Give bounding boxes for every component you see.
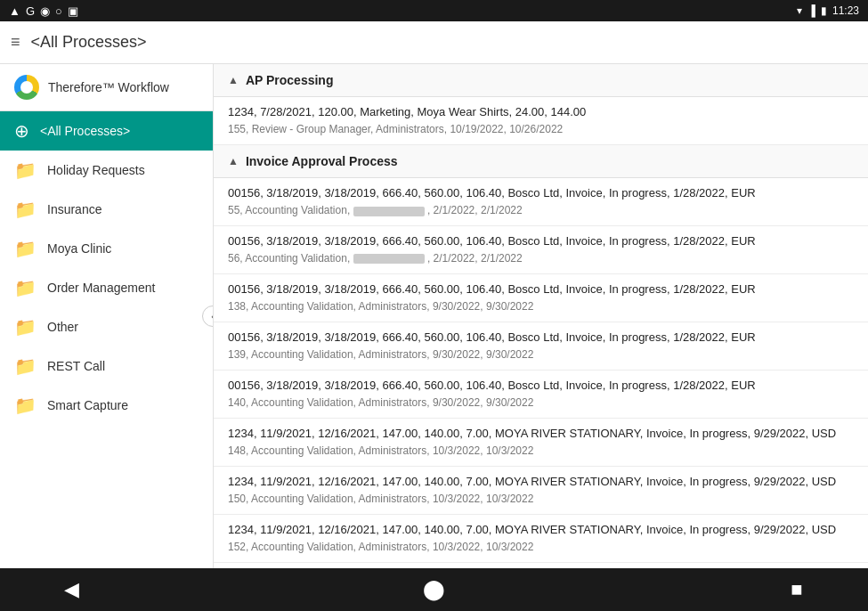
- all-processes-icon: ⊕: [14, 120, 29, 142]
- sidebar-item-all-processes[interactable]: ⊕ <All Processes>: [0, 111, 213, 151]
- ap-processing-title: AP Processing: [246, 73, 334, 87]
- content-area: ▲ AP Processing 1234, 7/28/2021, 120.00,…: [214, 64, 868, 568]
- app-bar: ≡ <All Processes>: [0, 21, 868, 64]
- vpn-icon: ◉: [40, 4, 50, 18]
- list-item-sub: 138, Accounting Validation, Administrato…: [228, 299, 854, 314]
- list-item-main: 00156, 3/18/2019, 3/18/2019, 666.40, 560…: [228, 330, 854, 346]
- list-item[interactable]: 00156, 3/18/2019, 3/18/2019, 666.40, 560…: [214, 178, 868, 226]
- folder-icon-moya-clinic: 📁: [14, 238, 37, 259]
- list-item[interactable]: 00156, 3/18/2019, 3/18/2019, 666.40, 560…: [214, 371, 868, 419]
- back-button[interactable]: ◀: [53, 572, 89, 607]
- status-bar-left-icons: ▲ G ◉ ○ ▣: [9, 4, 78, 18]
- list-item-main: 1234, 7/28/2021, 120.00, Marketing, Moya…: [228, 104, 854, 120]
- invoice-approval-header: ▲ Invoice Approval Process: [214, 145, 868, 178]
- list-item[interactable]: 1234, 11/9/2021, 12/16/2021, 147.00, 140…: [214, 515, 868, 563]
- signal-icon: ▐: [807, 4, 815, 17]
- sidebar-item-label-moya-clinic: Moya Clinic: [47, 241, 111, 256]
- list-item[interactable]: 1234, 11/9/2021, 12/16/2021, 147.00, 140…: [214, 563, 868, 568]
- sidebar-item-smart-capture[interactable]: 📁 Smart Capture: [0, 386, 213, 425]
- folder-icon-insurance: 📁: [14, 199, 37, 220]
- redacted-block: [353, 207, 425, 216]
- list-item-sub: 148, Accounting Validation, Administrato…: [228, 444, 854, 459]
- sidebar-item-holiday-requests[interactable]: 📁 Holiday Requests: [0, 151, 213, 190]
- folder-icon-smart-capture: 📁: [14, 395, 37, 416]
- list-item-sub: 152, Accounting Validation, Administrato…: [228, 540, 854, 555]
- sidebar-item-rest-call[interactable]: 📁 REST Call: [0, 346, 213, 386]
- app-logo: [14, 75, 39, 100]
- redacted-block: [353, 254, 425, 264]
- list-item[interactable]: 1234, 11/9/2021, 12/16/2021, 147.00, 140…: [214, 419, 868, 467]
- sidebar: Therefore™ Workflow ⊕ <All Processes> 📁 …: [0, 64, 214, 568]
- status-bar-right-icons: ▾ ▐ ▮ 11:23: [797, 4, 859, 17]
- sidebar-item-label-other: Other: [47, 320, 78, 334]
- sidebar-app-title: Therefore™ Workflow: [48, 80, 169, 94]
- app-bar-title: <All Processes>: [31, 33, 147, 52]
- time-display: 11:23: [832, 4, 859, 17]
- sidebar-item-label-insurance: Insurance: [47, 202, 101, 216]
- sidebar-item-label-order-mgmt: Order Management: [47, 281, 155, 295]
- list-item[interactable]: 1234, 11/9/2021, 12/16/2021, 147.00, 140…: [214, 467, 868, 515]
- main-layout: Therefore™ Workflow ⊕ <All Processes> 📁 …: [0, 64, 868, 568]
- g-icon: G: [26, 4, 35, 18]
- list-item[interactable]: 00156, 3/18/2019, 3/18/2019, 666.40, 560…: [214, 274, 868, 322]
- list-item-sub: 155, Review - Group Manager, Administrat…: [228, 122, 854, 137]
- list-item-main: 1234, 11/9/2021, 12/16/2021, 147.00, 140…: [228, 426, 854, 442]
- sidebar-item-moya-clinic[interactable]: 📁 Moya Clinic: [0, 229, 213, 268]
- list-item-main: 1234, 11/9/2021, 12/16/2021, 147.00, 140…: [228, 474, 854, 490]
- sidebar-item-other[interactable]: 📁 Other: [0, 307, 213, 346]
- notification-icon: ○: [55, 4, 62, 18]
- wifi-icon: ▾: [797, 4, 802, 17]
- list-item-main: 00156, 3/18/2019, 3/18/2019, 666.40, 560…: [228, 233, 854, 249]
- folder-icon-order-mgmt: 📁: [14, 277, 37, 298]
- list-item-main: 00156, 3/18/2019, 3/18/2019, 666.40, 560…: [228, 185, 854, 201]
- list-item[interactable]: 1234, 7/28/2021, 120.00, Marketing, Moya…: [214, 97, 868, 145]
- list-item-main: 00156, 3/18/2019, 3/18/2019, 666.40, 560…: [228, 378, 854, 394]
- sd-icon: ▣: [68, 4, 78, 18]
- invoice-collapse-icon[interactable]: ▲: [228, 155, 239, 167]
- sidebar-item-label-rest-call: REST Call: [47, 359, 105, 373]
- app-logo-inner: [20, 81, 33, 94]
- list-item-sub: 55, Accounting Validation, , 2/1/2022, 2…: [228, 203, 854, 218]
- list-item-sub: 150, Accounting Validation, Administrato…: [228, 492, 854, 507]
- list-item-sub: 140, Accounting Validation, Administrato…: [228, 395, 854, 411]
- sidebar-item-insurance[interactable]: 📁 Insurance: [0, 190, 213, 229]
- home-button[interactable]: ⬤: [417, 572, 452, 607]
- folder-icon-rest-call: 📁: [14, 355, 37, 377]
- bottom-nav: ◀ ⬤ ■: [0, 568, 868, 611]
- status-bar: ▲ G ◉ ○ ▣ ▾ ▐ ▮ 11:23: [0, 0, 868, 21]
- sidebar-item-order-management[interactable]: 📁 Order Management: [0, 268, 213, 307]
- list-item[interactable]: 00156, 3/18/2019, 3/18/2019, 666.40, 560…: [214, 322, 868, 371]
- sidebar-item-label-all-processes: <All Processes>: [40, 124, 130, 138]
- list-item-sub: 139, Accounting Validation, Administrato…: [228, 347, 854, 363]
- sidebar-item-label-smart-capture: Smart Capture: [47, 398, 128, 412]
- ap-collapse-icon[interactable]: ▲: [228, 74, 239, 86]
- list-item-sub: 56, Accounting Validation, , 2/1/2022, 2…: [228, 251, 854, 266]
- app-container: ≡ <All Processes> Therefore™ Workflow ⊕ …: [0, 21, 868, 568]
- folder-icon-other: 📁: [14, 316, 37, 338]
- invoice-approval-title: Invoice Approval Process: [246, 154, 398, 168]
- list-item[interactable]: 00156, 3/18/2019, 3/18/2019, 666.40, 560…: [214, 226, 868, 274]
- folder-icon-holiday: 📁: [14, 159, 37, 181]
- list-item-main: 1234, 11/9/2021, 12/16/2021, 147.00, 140…: [228, 522, 854, 538]
- sidebar-item-label-holiday: Holiday Requests: [47, 163, 145, 177]
- android-icon: ▲: [9, 4, 20, 18]
- ap-processing-header: ▲ AP Processing: [214, 64, 868, 97]
- list-item-main: 00156, 3/18/2019, 3/18/2019, 666.40, 560…: [228, 281, 854, 297]
- hamburger-icon[interactable]: ≡: [11, 33, 20, 52]
- sidebar-app-header: Therefore™ Workflow: [0, 64, 213, 111]
- recents-button[interactable]: ■: [779, 572, 815, 607]
- battery-icon: ▮: [821, 4, 827, 17]
